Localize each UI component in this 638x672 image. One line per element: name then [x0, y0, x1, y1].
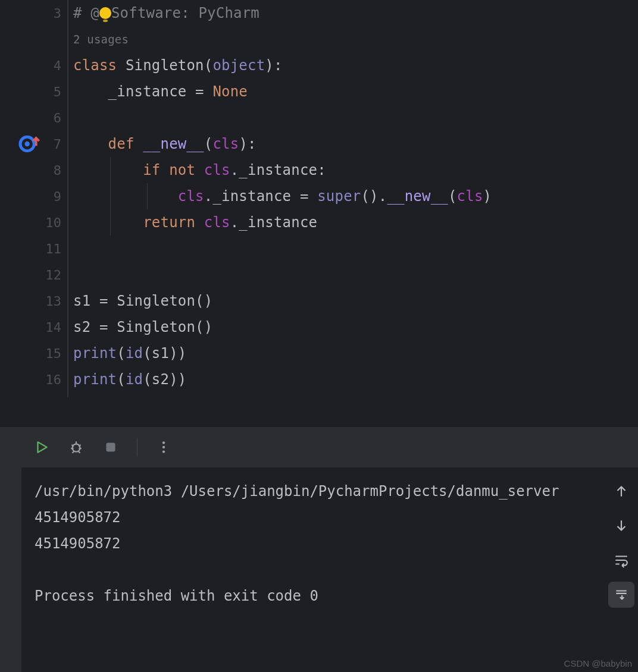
- code-text: object: [212, 57, 265, 74]
- svg-point-6: [162, 450, 165, 453]
- code-text: (: [117, 371, 126, 388]
- code-area[interactable]: # @Software: PyCharm 2 usages class Sing…: [68, 0, 638, 397]
- svg-point-5: [162, 446, 165, 448]
- code-text: not: [169, 162, 204, 178]
- console-line: Process finished with exit code 0: [35, 588, 318, 604]
- code-text: ().: [361, 188, 387, 205]
- line-number: 4: [41, 58, 61, 73]
- code-text: cls: [212, 136, 239, 152]
- code-text: if: [143, 162, 169, 178]
- run-toolbar: [21, 427, 638, 467]
- more-actions-button[interactable]: [152, 435, 176, 459]
- code-text: [73, 136, 108, 152]
- stop-button[interactable]: [99, 435, 123, 459]
- code-text: __new__: [143, 136, 204, 152]
- watermark-text: CSDN @babybin: [564, 658, 632, 668]
- console-side-toolbar: [605, 467, 638, 672]
- console-line: /usr/bin/python3 /Users/jiangbin/Pycharm…: [35, 483, 559, 500]
- line-number: 15: [41, 346, 61, 361]
- code-text: (: [204, 57, 213, 74]
- soft-wrap-icon[interactable]: [608, 547, 634, 573]
- tool-window-left-stripe[interactable]: [0, 427, 21, 467]
- code-text: ): [483, 188, 492, 205]
- code-text: [73, 214, 143, 231]
- debug-button[interactable]: [64, 435, 88, 459]
- scroll-to-end-icon[interactable]: [608, 582, 634, 608]
- line-number: 14: [41, 320, 61, 335]
- code-text: def: [108, 136, 143, 152]
- code-text: None: [212, 83, 248, 100]
- code-text: (s1)): [143, 345, 186, 362]
- code-text: # @: [73, 5, 99, 21]
- code-text: cls: [204, 214, 230, 231]
- code-text: print: [73, 371, 117, 388]
- usages-inlay[interactable]: 2 usages: [73, 33, 129, 46]
- code-editor[interactable]: 3 4 5 6 7 8 9 10 11 12 13 14 15 16 # @So…: [0, 0, 638, 397]
- line-number: 7: [41, 137, 61, 152]
- code-text: id: [126, 371, 143, 388]
- code-text: Software: PyCharm: [111, 5, 259, 21]
- editor-gutter: 3 4 5 6 7 8 9 10 11 12 13 14 15 16: [0, 0, 68, 397]
- code-text: [73, 83, 108, 100]
- code-text: ):: [239, 136, 256, 152]
- code-text: s2 = Singleton(): [73, 319, 212, 335]
- line-number: 8: [41, 163, 61, 178]
- code-text: Singleton: [126, 57, 204, 74]
- run-console: /usr/bin/python3 /Users/jiangbin/Pycharm…: [0, 467, 638, 672]
- code-text: (: [448, 188, 457, 205]
- code-text: (s2)): [143, 371, 186, 388]
- code-text: [73, 188, 178, 205]
- code-text: class: [73, 57, 126, 74]
- toolbar-separator: [137, 438, 137, 456]
- line-number: 16: [41, 372, 61, 387]
- code-text: (: [204, 136, 213, 152]
- line-number: 9: [41, 189, 61, 204]
- code-text: s1 = Singleton(): [73, 293, 212, 309]
- code-text: cls: [457, 188, 483, 205]
- code-text: cls: [178, 188, 204, 205]
- rerun-button[interactable]: [30, 435, 54, 459]
- console-output[interactable]: /usr/bin/python3 /Users/jiangbin/Pycharm…: [21, 467, 605, 672]
- svg-rect-3: [106, 442, 115, 451]
- code-text: [73, 162, 143, 178]
- code-text: super: [317, 188, 361, 205]
- console-line: 4514905872: [35, 535, 121, 552]
- line-number: 13: [41, 294, 61, 309]
- code-text: (: [117, 345, 126, 362]
- code-text: __new__: [387, 188, 448, 205]
- overriding-method-icon[interactable]: [17, 132, 41, 156]
- svg-point-2: [73, 444, 80, 452]
- line-number: 6: [41, 111, 61, 125]
- editor-bottom-strip: [0, 397, 638, 427]
- code-text: id: [126, 345, 143, 362]
- line-number: 5: [41, 84, 61, 99]
- code-text: ):: [265, 57, 282, 74]
- code-text: ._instance:: [230, 162, 326, 178]
- code-text: _instance =: [108, 83, 213, 100]
- console-left-stripe[interactable]: [0, 467, 21, 672]
- code-text: ._instance =: [204, 188, 317, 205]
- line-number: 10: [41, 215, 61, 230]
- code-text: ._instance: [230, 214, 318, 231]
- previous-occurrence-icon[interactable]: [608, 478, 634, 504]
- svg-point-1: [25, 142, 30, 146]
- svg-point-4: [162, 441, 165, 444]
- line-number: 12: [41, 268, 61, 282]
- line-number: 11: [41, 241, 61, 256]
- code-text: cls: [204, 162, 230, 178]
- next-occurrence-icon[interactable]: [608, 513, 634, 539]
- console-line: 4514905872: [35, 509, 121, 526]
- line-number: 3: [41, 6, 61, 21]
- intention-bulb-icon[interactable]: [99, 7, 111, 19]
- code-text: return: [143, 214, 204, 231]
- code-text: print: [73, 345, 117, 362]
